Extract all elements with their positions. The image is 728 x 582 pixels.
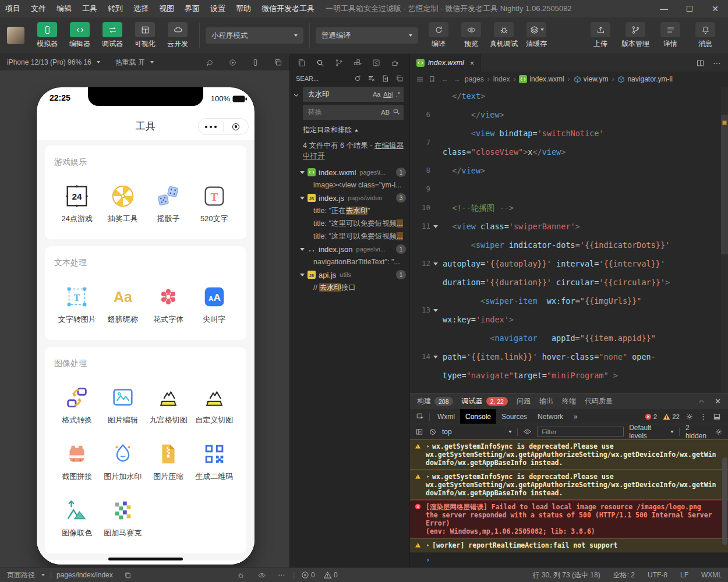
expand-arrow-icon[interactable]: [426, 541, 430, 549]
status-item[interactable]: WXML: [701, 571, 722, 579]
device-icon[interactable]: [251, 58, 260, 67]
preserve-case-toggle[interactable]: AB: [381, 109, 390, 116]
tree-file-index.wxml[interactable]: index.wxmlpages\i...1: [290, 166, 409, 179]
replace-all-button[interactable]: [393, 108, 400, 117]
devtools-tab-Network[interactable]: Network: [532, 409, 568, 424]
toolbar-真机调试-button[interactable]: 真机调试: [488, 22, 520, 49]
user-avatar[interactable]: [7, 27, 24, 44]
devtools-tab-Wxml[interactable]: Wxml: [432, 409, 460, 424]
toolbar-可视化-button[interactable]: 可视化: [129, 22, 161, 49]
status-item[interactable]: LF: [680, 571, 688, 579]
outline-icon[interactable]: [416, 75, 424, 83]
app-item-图加马赛克[interactable]: 图加马赛克: [100, 497, 146, 538]
code-editor[interactable]: </text>6 </view>7 <view bindtap='switchN…: [410, 87, 728, 393]
preview-eye-icon[interactable]: [257, 568, 266, 582]
menu-item-设置[interactable]: 设置: [205, 3, 231, 14]
app-item-图片压缩[interactable]: 图片压缩: [146, 441, 192, 482]
console-tab-调试器[interactable]: 调试器2, 22: [462, 396, 508, 406]
app-item-花式字体[interactable]: 花式字体: [146, 283, 192, 325]
kettle-icon[interactable]: [390, 58, 400, 68]
fold-chevron-icon[interactable]: [433, 356, 438, 359]
expand-arrow-icon[interactable]: [426, 473, 430, 481]
vconsole-bug-icon[interactable]: [236, 568, 245, 582]
breadcrumb-item-pages[interactable]: pages: [465, 75, 484, 83]
search-match-row[interactable]: // 去水印接口: [290, 281, 409, 294]
multi-window-icon[interactable]: [274, 58, 282, 67]
clear-results-icon[interactable]: [367, 74, 376, 83]
whole-word-toggle[interactable]: Ab|: [383, 91, 393, 98]
menu-item-工具[interactable]: 工具: [77, 3, 103, 14]
menu-item-文件[interactable]: 文件: [26, 3, 51, 14]
app-item-格式转换[interactable]: 格式转换: [54, 384, 100, 425]
close-tab-icon[interactable]: ×: [470, 59, 475, 68]
context-select[interactable]: top: [442, 428, 512, 436]
toolbar-版本管理-button[interactable]: 版本管理: [620, 22, 651, 49]
menu-item-微信开发者工具[interactable]: 微信开发者工具: [256, 3, 320, 14]
levels-select[interactable]: Default levels: [629, 424, 674, 440]
more-menu-button[interactable]: [199, 126, 223, 128]
nav-forward-icon[interactable]: →: [453, 75, 462, 83]
menu-item-帮助[interactable]: 帮助: [231, 3, 256, 14]
console-tab-构建[interactable]: 构建208: [417, 396, 453, 406]
fold-chevron-icon[interactable]: [433, 262, 438, 265]
filter-input[interactable]: [540, 428, 620, 436]
breadcrumb-item-index.wxml[interactable]: index.wxml: [519, 75, 564, 83]
toolbar-编译-button[interactable]: 编译: [423, 22, 454, 49]
page-path-select[interactable]: 页面路径: [7, 568, 45, 582]
sim-warn-count[interactable]: 0: [324, 568, 338, 582]
search-match-row[interactable]: image><view class="ym-i...: [290, 179, 409, 191]
git-icon[interactable]: [334, 58, 344, 68]
breadcrumb-item-index[interactable]: index: [493, 75, 510, 83]
toolbar-调试器-button[interactable]: 调试器: [97, 22, 128, 49]
mode-select[interactable]: 小程序模式: [206, 27, 303, 44]
devtools-tab-»[interactable]: »: [568, 409, 583, 424]
tab-index-wxml[interactable]: index.wxml ×: [410, 54, 481, 72]
console-tab-终端[interactable]: 终端: [562, 396, 576, 406]
menu-item-项目[interactable]: 项目: [0, 3, 26, 14]
search-match-row[interactable]: title: "这里可以免费短视频...: [290, 230, 409, 243]
app-item-九宫格切图[interactable]: 九宫格切图: [146, 384, 192, 425]
replace-input[interactable]: [306, 108, 378, 117]
app-item-520文字[interactable]: T520文字: [192, 183, 238, 224]
breadcrumb-item-navigator.ym-li[interactable]: navigator.ym-li: [617, 75, 672, 83]
dock-side-icon[interactable]: [713, 413, 721, 421]
expand-arrow-icon[interactable]: [426, 442, 430, 450]
record-icon[interactable]: [228, 58, 237, 67]
toolbar-模拟器-button[interactable]: 模拟器: [31, 22, 63, 49]
close-panel-icon[interactable]: ✕: [715, 397, 721, 406]
maximize-button[interactable]: ☐: [677, 0, 702, 17]
tree-file-api.js[interactable]: JSapi.jsutils1: [290, 268, 409, 281]
extensions-icon[interactable]: [353, 58, 362, 68]
explorer-icon[interactable]: [297, 58, 306, 68]
breadcrumb-item-view.ym[interactable]: view.ym: [574, 75, 609, 83]
search-icon[interactable]: [316, 58, 325, 68]
console-tab-代码质量[interactable]: 代码质量: [585, 396, 613, 406]
toolbar-上传-button[interactable]: 上传: [585, 22, 616, 49]
app-item-图片加水印[interactable]: 图片加水印: [100, 441, 146, 482]
regex-toggle[interactable]: .*: [396, 91, 400, 98]
error-count[interactable]: 2: [645, 413, 657, 420]
match-case-toggle[interactable]: Aa: [373, 91, 380, 98]
app-item-尖叫字[interactable]: AA尖叫字: [192, 283, 238, 325]
console-sidebar-icon[interactable]: [415, 428, 423, 436]
clear-console-icon[interactable]: [429, 428, 437, 436]
app-item-24点游戏[interactable]: 2424点游戏: [54, 183, 100, 224]
sim-error-count[interactable]: 0: [302, 568, 315, 582]
app-item-抽奖工具[interactable]: 抽奖工具: [100, 183, 146, 224]
warning-count[interactable]: 22: [663, 413, 680, 420]
toolbar-编辑器-button[interactable]: 编辑器: [64, 22, 96, 49]
split-editor-icon[interactable]: [696, 59, 705, 68]
toolbar-预览-button[interactable]: 预览: [455, 22, 487, 49]
console-tab-输出[interactable]: 输出: [539, 396, 553, 406]
status-more-icon[interactable]: ⋯: [278, 568, 285, 582]
kebab-menu-icon[interactable]: ⋮: [699, 412, 707, 421]
gear-icon[interactable]: [685, 413, 694, 421]
close-capsule-button[interactable]: [224, 123, 248, 130]
app-item-生成二维码[interactable]: 生成二维码: [192, 441, 238, 482]
devtools-tab-Console[interactable]: Console: [460, 409, 496, 424]
new-file-icon[interactable]: [381, 74, 390, 83]
menu-item-视图[interactable]: 视图: [154, 3, 179, 14]
nav-back-icon[interactable]: ←: [440, 75, 450, 83]
toolbar-消息-button[interactable]: 消息: [690, 22, 721, 49]
refresh-icon[interactable]: [354, 74, 362, 83]
